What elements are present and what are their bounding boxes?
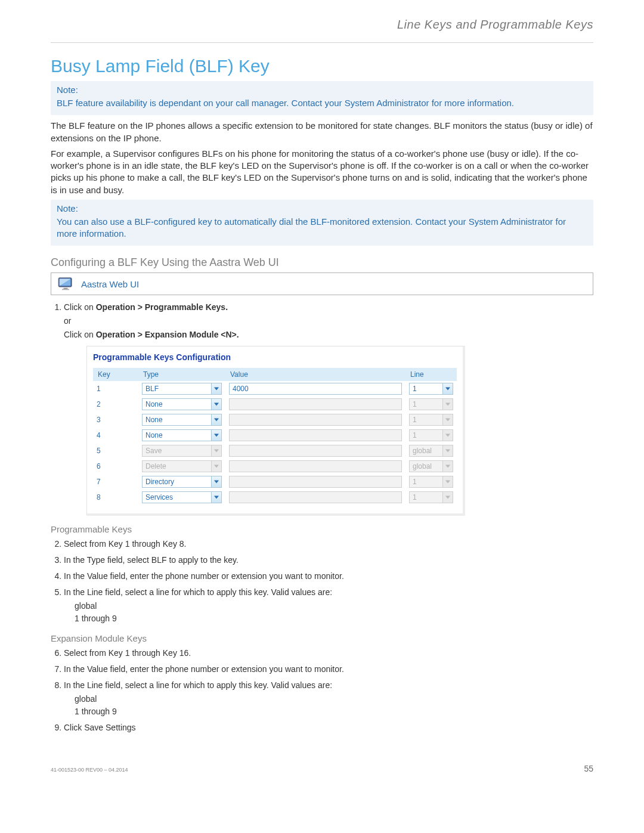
chevron-down-icon	[211, 399, 221, 410]
type-dropdown[interactable]: Directory	[142, 476, 222, 488]
type-dropdown-value: None	[143, 431, 211, 439]
chevron-down-icon	[442, 430, 453, 441]
type-dropdown: Save	[142, 445, 222, 457]
col-header-value: Value	[225, 368, 405, 381]
config-panel-title: Programmable Keys Configuration	[93, 352, 457, 362]
line-dropdown-value: global	[410, 447, 442, 455]
step-1-line1-path: Operation > Programmable Keys.	[96, 302, 228, 312]
type-dropdown[interactable]: Services	[142, 491, 222, 503]
chevron-down-icon	[442, 492, 453, 503]
line-dropdown: 1	[409, 398, 453, 410]
value-field	[229, 460, 402, 472]
step-8: In the Line field, select a line for whi…	[64, 679, 593, 718]
line-dropdown: 1	[409, 476, 453, 488]
table-row: 4None1	[93, 428, 457, 443]
table-row: 8Services1	[93, 490, 457, 505]
line-dropdown-value: 1	[410, 400, 442, 408]
config-table: Key Type Value Line 1BLF400012None13None…	[93, 368, 457, 505]
note-box-2: Note: You can also use a BLF-configured …	[51, 200, 593, 246]
value-field	[229, 414, 402, 426]
svg-rect-3	[62, 289, 69, 290]
step-5-valid-1: global	[75, 600, 593, 612]
cell-key: 5	[93, 443, 138, 459]
value-field	[229, 398, 402, 410]
step-1-line2-path: Operation > Expansion Module <N>.	[96, 330, 239, 339]
line-dropdown: 1	[409, 429, 453, 441]
note-box-1: Note: BLF feature availability is depend…	[51, 81, 593, 115]
line-dropdown-value: 1	[410, 385, 442, 393]
footer-docid: 41-001523-00 REV00 – 04.2014	[51, 767, 128, 773]
chevron-down-icon	[211, 430, 221, 441]
header-breadcrumb: Line Keys and Programmable Keys	[51, 18, 593, 35]
step-1-line2-pre: Click on	[64, 330, 96, 339]
section-heading-configure: Configuring a BLF Key Using the Aastra W…	[51, 256, 593, 269]
value-field	[229, 491, 402, 503]
line-dropdown: 1	[409, 414, 453, 426]
step-5: In the Line field, select a line for whi…	[64, 586, 593, 625]
type-dropdown: Delete	[142, 460, 222, 472]
type-dropdown-value: None	[143, 400, 211, 408]
cell-key: 6	[93, 459, 138, 474]
type-dropdown[interactable]: BLF	[142, 383, 222, 395]
cell-key: 8	[93, 490, 138, 505]
chevron-down-icon	[442, 445, 453, 456]
line-dropdown-value: 1	[410, 431, 442, 439]
note-body: You can also use a BLF-configured key to…	[57, 216, 587, 240]
note-body: BLF feature availability is dependant on…	[57, 97, 587, 109]
page-title: Busy Lamp Field (BLF) Key	[51, 56, 593, 76]
footer-page-number: 55	[584, 764, 593, 773]
table-row: 6Deleteglobal	[93, 459, 457, 474]
type-dropdown-value: BLF	[143, 385, 211, 393]
note-label: Note:	[57, 203, 587, 213]
note-label: Note:	[57, 85, 587, 95]
cell-key: 1	[93, 381, 138, 397]
col-header-line: Line	[405, 368, 457, 381]
table-row: 1BLF40001	[93, 381, 457, 397]
value-field	[229, 429, 402, 441]
svg-rect-2	[64, 288, 68, 289]
chevron-down-icon	[211, 445, 221, 456]
chevron-down-icon	[211, 492, 221, 503]
chevron-down-icon	[211, 414, 221, 425]
col-header-type: Type	[138, 368, 225, 381]
line-dropdown: 1	[409, 491, 453, 503]
step-3: In the Type field, select BLF to apply t…	[64, 554, 593, 566]
line-dropdown: global	[409, 460, 453, 472]
step-8-valid-2: 1 through 9	[75, 705, 593, 718]
step-8-valid-1: global	[75, 693, 593, 705]
line-dropdown[interactable]: 1	[409, 383, 453, 395]
type-dropdown[interactable]: None	[142, 414, 222, 426]
line-dropdown-value: global	[410, 462, 442, 470]
aastra-web-ui-label: Aastra Web UI	[81, 279, 139, 289]
header-divider	[51, 42, 593, 43]
chevron-down-icon	[442, 476, 453, 487]
value-field[interactable]: 4000	[229, 383, 402, 395]
step-9: Click Save Settings	[64, 721, 593, 734]
table-row: 2None1	[93, 397, 457, 412]
chevron-down-icon	[211, 383, 221, 394]
value-field	[229, 476, 402, 488]
type-dropdown[interactable]: None	[142, 398, 222, 410]
step-1: Click on Operation > Programmable Keys. …	[64, 301, 593, 341]
cell-key: 7	[93, 474, 138, 490]
type-dropdown-value: Services	[143, 493, 211, 501]
line-dropdown-value: 1	[410, 478, 442, 486]
line-dropdown-value: 1	[410, 493, 442, 501]
cell-key: 3	[93, 412, 138, 428]
type-dropdown-value: Directory	[143, 478, 211, 486]
line-dropdown-value: 1	[410, 416, 442, 424]
table-row: 7Directory1	[93, 474, 457, 490]
step-2: Select from Key 1 through Key 8.	[64, 538, 593, 550]
chevron-down-icon	[211, 461, 221, 472]
programmable-keys-heading: Programmable Keys	[51, 524, 593, 534]
step-5-valid-2: 1 through 9	[75, 612, 593, 625]
chevron-down-icon	[442, 414, 453, 425]
type-dropdown-value: Delete	[143, 462, 211, 470]
step-8-text: In the Line field, select a line for whi…	[64, 680, 332, 690]
type-dropdown[interactable]: None	[142, 429, 222, 441]
programmable-keys-config-panel: Programmable Keys Configuration Key Type…	[86, 346, 465, 516]
col-header-key: Key	[93, 368, 138, 381]
table-row: 5Saveglobal	[93, 443, 457, 459]
chevron-down-icon	[211, 476, 221, 487]
table-row: 3None1	[93, 412, 457, 428]
